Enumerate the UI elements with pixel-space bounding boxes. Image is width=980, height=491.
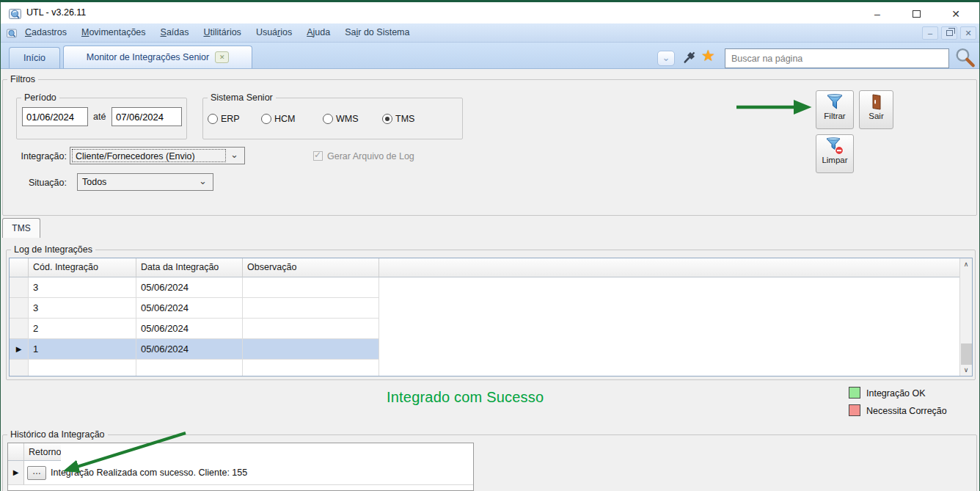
- row-indicator-icon: ▶: [10, 339, 29, 360]
- filtrar-label: Filtrar: [816, 112, 853, 120]
- status-message: Integrado com Sucesso: [387, 389, 544, 406]
- window-close-button[interactable]: ✕: [946, 7, 966, 22]
- log-grid: Cód. Integração Data da Integração Obser…: [9, 258, 973, 377]
- unpin-icon[interactable]: [681, 50, 698, 66]
- menu-app-icon: [7, 28, 17, 38]
- menu-cadastros[interactable]: Cadastros: [18, 23, 74, 43]
- mdi-minimize-button[interactable]: –: [922, 26, 938, 40]
- window-maximize-button[interactable]: [906, 7, 926, 22]
- sistema-senior-label: Sistema Senior: [208, 92, 276, 103]
- table-row[interactable]: 3 05/06/2024: [10, 277, 379, 298]
- limpar-button[interactable]: Limpar: [816, 134, 854, 173]
- filtrar-button[interactable]: Filtrar: [816, 90, 854, 129]
- limpar-label: Limpar: [816, 156, 853, 164]
- legend-ok-label: Integração OK: [866, 388, 926, 399]
- situacao-value: Todos: [79, 175, 194, 189]
- menu-movimentacoes[interactable]: Movimentações: [74, 23, 153, 43]
- menu-usuarios[interactable]: Usuários: [249, 23, 299, 43]
- mdi-restore-button[interactable]: [941, 26, 957, 40]
- integracao-value: Cliente/Fornecedores (Envio): [72, 149, 226, 162]
- menu-saidas[interactable]: Saídas: [153, 23, 197, 43]
- radio-icon: [382, 114, 392, 124]
- chevron-down-icon: ⌄: [199, 175, 207, 186]
- scroll-thumb[interactable]: [961, 343, 972, 365]
- gerar-log-checkbox: ✓: [313, 151, 323, 161]
- date-to-input[interactable]: [111, 107, 182, 126]
- radio-hcm[interactable]: HCM: [261, 113, 295, 125]
- window-minimize-button[interactable]: –: [867, 7, 888, 22]
- legend-ok-swatch: [849, 387, 860, 399]
- historico-grid-header: Retorno: [8, 443, 61, 462]
- radio-icon: [208, 114, 218, 124]
- window-title: UTL - v3.26.11: [26, 2, 86, 23]
- menu-items: Cadastros Movimentações Saídas Utilitári…: [18, 23, 417, 43]
- integracao-combo[interactable]: Cliente/Fornecedores (Envio) ⌄: [70, 147, 245, 164]
- table-row-selected[interactable]: ▶ 1 05/06/2024: [10, 339, 379, 360]
- legend-error-label: Necessita Correção: [866, 406, 947, 416]
- menu-ajuda[interactable]: Ajuda: [299, 23, 337, 43]
- title-bar: UTL - v3.26.11 – ✕: [0, 2, 980, 23]
- situacao-label: Situação:: [16, 178, 67, 188]
- log-grid-body: 3 05/06/2024 3 05/06/2024 2 05/06/2024 ▶…: [10, 277, 379, 377]
- table-row[interactable]: 2 05/06/2024: [10, 319, 379, 339]
- mdi-close-button[interactable]: ✕: [960, 26, 976, 40]
- filtros-label: Filtros: [7, 73, 38, 85]
- log-grid-scrollbar[interactable]: ∧ ∨: [959, 258, 972, 376]
- tab-strip: Início Monitor de Integrações Senior ✕ ⌄…: [0, 43, 980, 69]
- log-grid-header: Cód. Integração Data da Integração Obser…: [10, 258, 959, 277]
- row-indicator-icon: ▶: [8, 461, 24, 485]
- funnel-icon: [825, 93, 844, 111]
- periodo-label: Período: [21, 92, 59, 103]
- tab-tms[interactable]: TMS: [2, 218, 40, 238]
- maximize-icon: [913, 10, 921, 18]
- scroll-down-icon[interactable]: ∨: [960, 364, 972, 376]
- table-row[interactable]: 3 05/06/2024: [10, 298, 379, 319]
- column-header-observacao[interactable]: Observação: [243, 258, 379, 277]
- gerar-log-label: Gerar Arquivo de Log: [327, 151, 414, 161]
- radio-wms[interactable]: WMS: [323, 113, 359, 125]
- search-icon[interactable]: [953, 46, 978, 69]
- menu-bar: Cadastros Movimentações Saídas Utilitári…: [0, 23, 980, 43]
- sair-label: Sair: [860, 112, 893, 120]
- column-header-data[interactable]: Data da Integração: [136, 258, 243, 277]
- radio-tms[interactable]: TMS: [382, 113, 414, 125]
- tab-label: Monitor de Integrações Senior: [87, 46, 209, 68]
- tab-close-icon[interactable]: ✕: [215, 51, 229, 63]
- chevron-down-button[interactable]: ⌄: [657, 51, 675, 66]
- door-icon: [868, 93, 885, 111]
- expand-detail-button[interactable]: …: [27, 466, 46, 480]
- radio-icon: [261, 114, 271, 124]
- tab-inicio[interactable]: Início: [9, 47, 60, 68]
- situacao-combo[interactable]: Todos ⌄: [77, 173, 213, 191]
- favorite-star-icon[interactable]: ★: [701, 47, 715, 65]
- radio-erp[interactable]: ERP: [208, 113, 240, 125]
- log-integracoes-label: Log de Integrações: [11, 244, 95, 255]
- menu-utilitarios[interactable]: Utilitários: [196, 23, 248, 43]
- ate-label: até: [93, 112, 106, 122]
- sair-button[interactable]: Sair: [859, 90, 893, 129]
- radio-icon: [323, 114, 333, 124]
- integracao-label: Integração:: [16, 151, 67, 161]
- chevron-down-icon: ⌄: [230, 149, 238, 160]
- table-row-empty: [10, 360, 379, 377]
- funnel-clear-icon: [825, 137, 844, 156]
- tab-monitor-integracoes[interactable]: Monitor de Integrações Senior ✕: [63, 46, 252, 68]
- date-from-input[interactable]: [22, 107, 88, 126]
- app-icon: [9, 7, 21, 20]
- scroll-up-icon[interactable]: ∧: [960, 258, 972, 270]
- column-header-cod[interactable]: Cód. Integração: [29, 258, 136, 277]
- annotation-arrow-filtrar: [734, 97, 816, 117]
- window-frame: [0, 2, 980, 491]
- legend-error-swatch: [849, 404, 860, 416]
- menu-sair-do-sistema[interactable]: Sair do Sistema: [337, 23, 417, 43]
- mdi-window-controls: – ✕: [922, 26, 976, 40]
- restore-icon: [946, 30, 953, 36]
- check-icon: ✓: [314, 150, 321, 160]
- search-input[interactable]: [725, 48, 949, 68]
- annotation-arrow-historico: [55, 429, 194, 481]
